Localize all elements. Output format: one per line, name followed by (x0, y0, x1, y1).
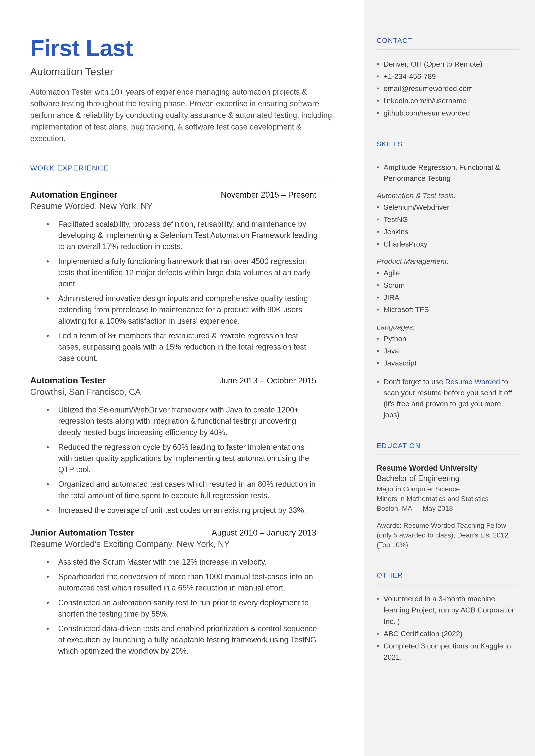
skill-item: Python (377, 333, 519, 344)
jobs-list: Automation EngineerNovember 2015 – Prese… (30, 190, 336, 657)
job-bullet: Organized and automated test cases which… (58, 479, 336, 501)
other-list: Volunteered in a 3-month machine learnin… (377, 593, 519, 663)
job-dates: June 2013 – October 2015 (219, 376, 316, 385)
job-dates: August 2010 – January 2013 (211, 528, 316, 538)
job-bullets: Assisted the Scrum Master with the 12% i… (30, 556, 336, 657)
education-heading: EDUCATION (377, 442, 519, 450)
sidebar-column: CONTACT Denver, OH (Open to Remote)+1-23… (364, 0, 535, 756)
contact-section: CONTACT Denver, OH (Open to Remote)+1-23… (377, 37, 519, 119)
skill-item: Selenium/Webdriver (377, 202, 519, 213)
contact-item: github.com/resumeworded (377, 107, 519, 119)
other-section: OTHER Volunteered in a 3-month machine l… (377, 571, 519, 663)
skill-group-list: PythonJavaJavascript (377, 333, 519, 369)
job-bullet: Constructed data-driven tests and enable… (58, 623, 336, 657)
job-entry: Automation TesterJune 2013 – October 201… (30, 376, 336, 516)
other-item: Completed 3 competitions on Kaggle in 20… (377, 640, 519, 663)
job-company: Resume Worded's Exciting Company, New Yo… (30, 539, 336, 549)
skill-group-heading: Product Management: (377, 257, 519, 266)
skills-heading: SKILLS (377, 140, 519, 148)
skill-item: Agile (377, 267, 519, 279)
education-minors: Minors in Mathematics and Statistics (377, 494, 519, 504)
job-bullet: Increased the coverage of unit-test code… (58, 505, 336, 516)
job-bullet: Led a team of 8+ members that restructur… (58, 330, 336, 364)
contact-item: +1-234-456-789 (377, 71, 519, 82)
job-bullet: Facilitated scalability, process definit… (58, 218, 336, 252)
contact-heading: CONTACT (377, 37, 519, 44)
job-bullet: Administered innovative design inputs an… (58, 293, 336, 327)
skill-item: JIRA (377, 292, 519, 303)
job-bullet: Implemented a fully functioning framewor… (58, 256, 336, 290)
contact-item: Denver, OH (Open to Remote) (377, 58, 519, 70)
job-bullet: Assisted the Scrum Master with the 12% i… (58, 556, 336, 568)
contact-item: email@resumeworded.com (377, 83, 519, 94)
job-entry: Junior Automation TesterAugust 2010 – Ja… (30, 528, 336, 657)
skill-item: Scrum (377, 280, 519, 291)
skills-groups: Automation & Test tools:Selenium/Webdriv… (377, 191, 519, 369)
job-entry: Automation EngineerNovember 2015 – Prese… (30, 190, 336, 364)
job-bullet: Reduced the regression cycle by 60% lead… (58, 441, 336, 475)
skills-section: SKILLS Amplitude Regression, Functional … (377, 140, 519, 420)
education-school: Resume Worded University (377, 463, 519, 473)
job-title: Junior Automation Tester (30, 528, 134, 538)
education-awards: Awards: Resume Worded Teaching Fellow (o… (377, 521, 519, 549)
job-dates: November 2015 – Present (221, 190, 316, 200)
skill-group-heading: Languages: (377, 323, 519, 331)
skill-group-list: AgileScrumJIRAMicrosoft TFS (377, 267, 519, 315)
education-location: Boston, MA — May 2018 (377, 504, 519, 513)
skill-item: Javascript (377, 357, 519, 369)
skill-item: Microsoft TFS (377, 304, 519, 315)
job-bullet: Utilized the Selenium/WebDriver framewor… (58, 404, 336, 438)
skill-item: TestNG (377, 214, 519, 225)
job-bullet: Spearheaded the conversion of more than … (58, 571, 336, 594)
contact-item: linkedin.com/in/username (377, 95, 519, 106)
divider (377, 49, 519, 50)
skill-item: CharlesProxy (377, 238, 519, 250)
contact-list: Denver, OH (Open to Remote)+1-234-456-78… (377, 58, 519, 119)
note-pre: Don't forget to use (383, 378, 445, 386)
work-experience-heading: WORK EXPERIENCE (30, 164, 336, 172)
skill-item: Java (377, 345, 519, 357)
job-header: Automation TesterJune 2013 – October 201… (30, 376, 336, 385)
other-item: ABC Certification (2022) (377, 628, 519, 639)
resume-worded-link[interactable]: Resume Worded (445, 378, 500, 386)
summary-text: Automation Tester with 10+ years of expe… (30, 86, 336, 144)
job-title: Automation Tester (30, 376, 105, 385)
education-degree: Bachelor of Engineering (377, 474, 519, 483)
divider (377, 455, 519, 455)
job-company: Resume Worded, New York, NY (30, 201, 336, 211)
job-title-header: Automation Tester (30, 66, 336, 78)
education-major: Major in Computer Science (377, 484, 519, 494)
divider (377, 584, 519, 584)
job-header: Junior Automation TesterAugust 2010 – Ja… (30, 528, 336, 538)
skills-note: Don't forget to use Resume Worded to sca… (377, 376, 519, 420)
skills-lead-text: Amplitude Regression, Functional & Perfo… (377, 162, 519, 184)
education-section: EDUCATION Resume Worded University Bache… (377, 442, 519, 550)
job-bullet: Constructed an automation sanity test to… (58, 597, 336, 620)
divider (30, 178, 336, 178)
job-header: Automation EngineerNovember 2015 – Prese… (30, 190, 336, 200)
job-bullets: Facilitated scalability, process definit… (30, 218, 336, 364)
skill-item: Jenkins (377, 226, 519, 238)
skill-group-list: Selenium/WebdriverTestNGJenkinsCharlesPr… (377, 202, 519, 250)
other-heading: OTHER (377, 571, 519, 579)
job-title: Automation Engineer (30, 190, 117, 200)
job-bullets: Utilized the Selenium/WebDriver framewor… (30, 404, 336, 516)
job-company: Growthsi, San Francisco, CA (30, 387, 336, 397)
skill-group-heading: Automation & Test tools: (377, 191, 519, 200)
person-name: First Last (30, 35, 336, 61)
main-column: First Last Automation Tester Automation … (0, 0, 364, 756)
divider (377, 153, 519, 153)
other-item: Volunteered in a 3-month machine learnin… (377, 593, 519, 627)
